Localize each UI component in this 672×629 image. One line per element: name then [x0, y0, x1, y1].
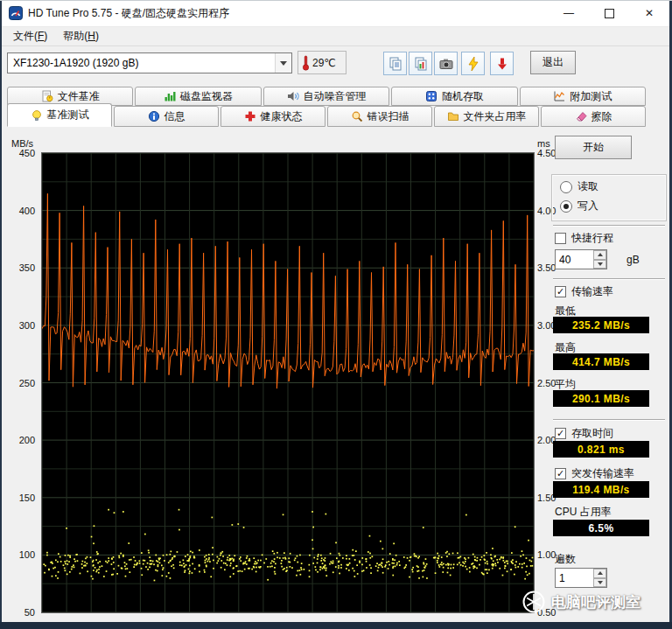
save-results-button[interactable]: [490, 52, 514, 75]
temperature-indicator: 29℃: [298, 51, 346, 74]
chevron-down-icon: [598, 581, 603, 584]
menu-file[interactable]: 文件(F): [5, 26, 55, 46]
extra-tests-icon: [553, 90, 565, 102]
transfer-rate-label: 传输速率: [571, 284, 613, 299]
copy-image-button[interactable]: [409, 52, 432, 75]
benchmark-bulb-icon: [31, 109, 43, 122]
separator: [553, 419, 665, 421]
quick-test-button[interactable]: [461, 52, 485, 75]
drive-select-arrow[interactable]: [275, 53, 291, 73]
write-radio[interactable]: 写入: [560, 199, 598, 213]
right-axis-tick: 1.00: [537, 549, 556, 560]
read-radio[interactable]: 读取: [560, 179, 598, 194]
tab-erase[interactable]: 擦除: [541, 106, 646, 127]
tab-error-scan[interactable]: 错误扫描: [327, 106, 432, 127]
thermometer-icon: [302, 54, 310, 71]
left-axis-tick: 250: [19, 378, 35, 388]
exit-button[interactable]: 退出: [530, 51, 576, 74]
red-down-arrow-icon: [494, 56, 510, 72]
tab-info[interactable]: 信息: [114, 106, 219, 127]
temperature-value: 29℃: [312, 57, 336, 69]
read-radio-label: 读取: [578, 179, 598, 194]
left-axis-tick: 300: [19, 320, 35, 331]
tab-disk-monitor[interactable]: 磁盘监视器: [135, 87, 261, 106]
left-axis-tick: 200: [19, 435, 35, 445]
folder-icon: [447, 110, 459, 122]
window-controls: — ✕: [549, 0, 669, 26]
app-icon: [9, 6, 23, 20]
tab-label: 基准测试: [47, 108, 89, 122]
cpu-usage-label: CPU 占用率: [555, 505, 612, 520]
write-radio-label: 写入: [578, 199, 598, 213]
app-window: HD Tune Pro 5.75 - 硬盘/固态硬盘实用程序 — ✕ 文件(F)…: [0, 0, 672, 629]
transfer-rate-checkbox[interactable]: 传输速率: [555, 284, 613, 299]
chevron-up-icon: [598, 571, 603, 575]
tab-label: 随机存取: [442, 89, 484, 104]
tab-health[interactable]: 健康状态: [220, 106, 326, 127]
stepper-down-button[interactable]: [593, 578, 606, 588]
benchmark-plot: [42, 153, 534, 612]
start-button[interactable]: 开始: [555, 136, 632, 159]
stepper-arrows: [593, 250, 606, 269]
chevron-down-icon: [280, 61, 287, 66]
short-stroke-input[interactable]: [556, 250, 593, 269]
tab-random-access[interactable]: 随机存取: [391, 87, 517, 106]
access-time-checkbox[interactable]: 存取时间: [555, 426, 613, 441]
short-stroke-unit: gB: [626, 254, 640, 266]
menu-bar: 文件(F) 帮助(H): [2, 27, 669, 46]
close-button[interactable]: ✕: [629, 0, 669, 26]
burst-rate-label: 突发传输速率: [571, 466, 634, 481]
separator: [553, 225, 665, 227]
left-axis-tick: 150: [19, 493, 35, 503]
burst-rate-checkbox[interactable]: 突发传输速率: [555, 466, 634, 481]
tab-label: 错误扫描: [368, 109, 410, 124]
drive-select[interactable]: XF1230-1A1920 (1920 gB): [7, 52, 292, 73]
health-cross-icon: [244, 110, 256, 122]
tab-folder-usage[interactable]: 文件夹占用率: [434, 106, 539, 127]
max-value: 414.7 MB/s: [553, 353, 649, 370]
right-axis-tick: 3.50: [537, 262, 556, 273]
watermark: 电脑吧评测室: [522, 590, 640, 614]
tab-label: 磁盘监视器: [180, 89, 233, 104]
tab-label: 自动噪音管理: [304, 89, 367, 104]
left-axis-tick: 400: [19, 206, 35, 216]
window-frame-left: [0, 0, 2, 629]
chevron-up-icon: [598, 253, 603, 256]
maximize-button[interactable]: [589, 0, 629, 26]
passes-label: 遍数: [555, 552, 576, 567]
copy-text-icon: [388, 56, 403, 72]
left-axis-ticks: 45040035030025020015010050: [0, 153, 39, 612]
passes-stepper[interactable]: [555, 568, 607, 588]
left-axis-tick: 50: [24, 607, 35, 618]
tab-extra-tests[interactable]: 附加测试: [520, 87, 646, 106]
passes-input[interactable]: [556, 569, 593, 587]
stepper-up-button[interactable]: [593, 250, 606, 260]
lightning-icon: [466, 56, 481, 72]
chevron-down-icon: [598, 262, 603, 266]
watermark-text: 电脑吧评测室: [551, 592, 640, 612]
short-stroke-stepper[interactable]: [555, 249, 607, 269]
checkbox-icon: [555, 286, 566, 297]
stepper-down-button[interactable]: [593, 260, 606, 269]
tab-label: 信息: [164, 109, 186, 124]
left-axis-tick: 450: [19, 148, 35, 158]
screenshot-button[interactable]: [434, 52, 458, 75]
tab-row-bottom: 基准测试 信息 健康状态 错误扫描: [7, 106, 646, 127]
tab-aam[interactable]: 自动噪音管理: [263, 87, 389, 106]
left-axis-tick: 350: [19, 262, 35, 273]
tab-benchmark[interactable]: 基准测试: [7, 103, 112, 127]
short-stroke-checkbox[interactable]: 快捷行程: [555, 231, 613, 246]
watermark-logo-icon: [522, 590, 546, 614]
minimize-button[interactable]: —: [549, 0, 589, 26]
tab-label: 擦除: [592, 109, 612, 124]
info-icon: [148, 110, 160, 122]
access-time-label: 存取时间: [571, 426, 613, 441]
copy-text-button[interactable]: [383, 52, 407, 75]
menu-help[interactable]: 帮助(H): [55, 26, 107, 46]
window-title: HD Tune Pro 5.75 - 硬盘/固态硬盘实用程序: [28, 6, 229, 21]
checkbox-icon: [555, 428, 566, 439]
camera-icon: [438, 56, 454, 72]
short-stroke-label: 快捷行程: [571, 231, 613, 246]
stepper-up-button[interactable]: [593, 569, 606, 578]
right-axis-tick: 4.50: [537, 148, 556, 158]
